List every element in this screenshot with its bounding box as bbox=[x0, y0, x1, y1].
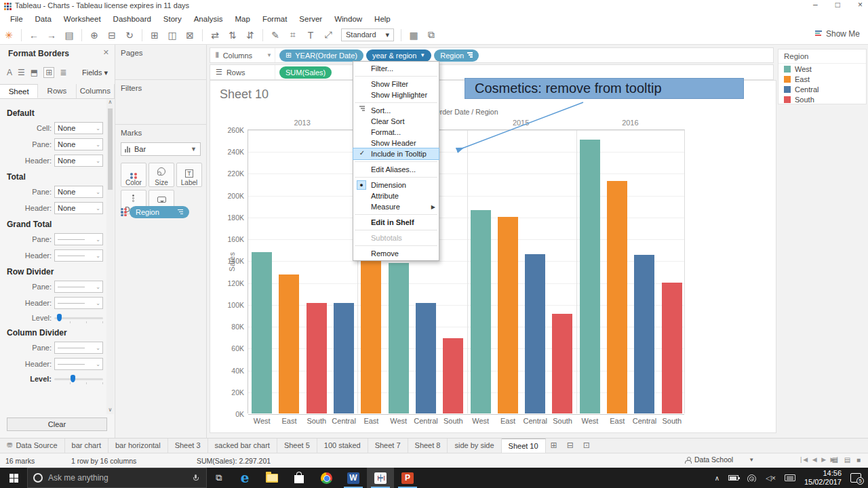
show-mark-labels-icon[interactable]: T bbox=[302, 30, 319, 41]
color-legend[interactable]: Region WestEastCentralSouth bbox=[778, 49, 867, 104]
menu-worksheet[interactable]: Worksheet bbox=[58, 14, 107, 24]
sheet-tab-sheet-8[interactable]: Sheet 8 bbox=[408, 439, 448, 453]
bar-2013-central[interactable] bbox=[334, 303, 354, 413]
legend-item-west[interactable]: West bbox=[778, 64, 866, 74]
legend-item-south[interactable]: South bbox=[778, 94, 866, 104]
sheet-tab-100-staked[interactable]: 100 staked bbox=[317, 439, 368, 453]
task-view-button[interactable]: ⧉ bbox=[207, 472, 231, 483]
microphone-icon[interactable] bbox=[193, 474, 198, 481]
sheet-tab-sacked-bar-chart[interactable]: sacked bar chart bbox=[208, 439, 277, 453]
bar-2016-central[interactable] bbox=[634, 255, 654, 413]
slider-thumb[interactable] bbox=[71, 375, 75, 382]
menu-item-measure[interactable]: Measure▶ bbox=[353, 201, 439, 212]
swap-rows-columns-icon[interactable]: ⇄ bbox=[206, 30, 224, 41]
sort-descending-icon[interactable]: ⇵ bbox=[241, 30, 259, 41]
format-shading-icon[interactable]: ⬒ bbox=[31, 68, 38, 77]
volume-muted-icon[interactable]: ◁× bbox=[766, 474, 776, 483]
menu-story[interactable]: Story bbox=[157, 14, 188, 24]
run-update-icon[interactable]: ↻ bbox=[121, 30, 138, 41]
new-worksheet-icon[interactable]: ⊞ bbox=[146, 30, 163, 41]
fit-selector[interactable]: Standard▾ bbox=[341, 28, 394, 41]
bar-2015-central[interactable] bbox=[525, 254, 545, 413]
field-pill-region[interactable]: Region bbox=[434, 49, 479, 62]
field-pill-year-order-date-[interactable]: ⊞YEAR(Order Date) bbox=[279, 49, 363, 62]
close-panel-icon[interactable]: ✕ bbox=[103, 48, 109, 57]
start-button[interactable] bbox=[0, 468, 27, 488]
format-select-header[interactable]: None⌄ bbox=[54, 202, 103, 214]
menu-item-show-highlighter[interactable]: Show Highlighter bbox=[353, 89, 439, 100]
taskbar-app-store[interactable] bbox=[285, 468, 313, 488]
field-pill-year-region[interactable]: year & region▼ bbox=[366, 49, 431, 62]
menu-item-filter-[interactable]: Filter... bbox=[353, 63, 439, 74]
new-dashboard-tab-icon[interactable]: ⊟ bbox=[562, 439, 578, 453]
menu-help[interactable]: Help bbox=[368, 14, 397, 24]
tableau-logo-icon[interactable]: ✳ bbox=[0, 30, 18, 41]
menu-item-edit-in-shelf[interactable]: Edit in Shelf bbox=[353, 217, 439, 228]
field-pill-sum-sales-[interactable]: SUM(Sales) bbox=[279, 66, 332, 79]
taskbar-app-word[interactable]: W bbox=[340, 468, 367, 488]
menu-item-show-header[interactable]: Show Header bbox=[353, 138, 439, 148]
sheet-tab-side-by-side[interactable]: side by side bbox=[448, 439, 501, 453]
bar-2014-central[interactable] bbox=[416, 303, 436, 413]
presentation-mode-icon[interactable]: ⧉ bbox=[422, 29, 440, 41]
highlight-icon[interactable]: ✎ bbox=[267, 30, 284, 41]
format-select-pane[interactable]: None⌄ bbox=[54, 186, 103, 198]
minimize-icon[interactable]: – bbox=[813, 0, 818, 9]
bar-2014-west[interactable] bbox=[389, 263, 409, 413]
format-select-pane[interactable]: ⌄ bbox=[54, 342, 103, 354]
taskbar-app-file-explorer[interactable] bbox=[258, 468, 285, 488]
level-slider[interactable] bbox=[54, 313, 103, 323]
taskbar-app-powerpoint[interactable]: P bbox=[394, 468, 421, 488]
pause-updates-icon[interactable]: ⊟ bbox=[103, 30, 121, 41]
sheet-tab-bar-horizontal[interactable]: bar horizontal bbox=[108, 439, 168, 453]
size-button[interactable]: Size bbox=[149, 163, 174, 187]
format-panel-scrollbar[interactable]: ∧∨ bbox=[106, 99, 114, 414]
data-source-tab[interactable]: ⛃ Data Source bbox=[0, 439, 65, 453]
clear-sheet-icon[interactable]: ⊠ bbox=[181, 30, 199, 41]
sheet-tab-bar-chart[interactable]: bar chart bbox=[65, 439, 108, 453]
menu-item-edit-aliases-[interactable]: Edit Aliases... bbox=[353, 164, 439, 175]
fields-dropdown[interactable]: Fields ▾ bbox=[82, 68, 108, 77]
menu-item-clear-sort[interactable]: Clear Sort bbox=[353, 116, 439, 127]
close-icon[interactable]: × bbox=[858, 0, 863, 9]
sort-ascending-icon[interactable]: ⇅ bbox=[224, 30, 241, 41]
menu-dashboard[interactable]: Dashboard bbox=[107, 14, 157, 24]
menu-item-attribute[interactable]: Attribute bbox=[353, 190, 439, 201]
clock[interactable]: 14:56 15/02/2017 bbox=[804, 469, 842, 487]
view-mode-icons[interactable]: ▦ ▤ ■ bbox=[832, 456, 863, 464]
wifi-icon[interactable] bbox=[747, 474, 757, 482]
keyboard-icon[interactable] bbox=[785, 474, 795, 481]
menu-file[interactable]: File bbox=[4, 14, 29, 24]
format-select-header[interactable]: ⌄ bbox=[54, 297, 103, 309]
sheet-tab-sheet-3[interactable]: Sheet 3 bbox=[168, 439, 208, 453]
menu-item-sort-[interactable]: Sort... bbox=[353, 105, 439, 116]
redo-icon[interactable]: → bbox=[43, 30, 60, 41]
maximize-icon[interactable]: □ bbox=[835, 0, 840, 9]
format-select-pane[interactable]: None⌄ bbox=[54, 138, 103, 150]
format-select-cell[interactable]: None⌄ bbox=[54, 122, 103, 134]
duplicate-sheet-icon[interactable]: ◫ bbox=[163, 30, 181, 41]
menu-window[interactable]: Window bbox=[328, 14, 368, 24]
format-tab-sheet[interactable]: Sheet bbox=[0, 84, 38, 98]
pages-shelf[interactable]: Pages bbox=[115, 45, 206, 80]
slider-thumb[interactable] bbox=[57, 314, 62, 321]
format-tab-columns[interactable]: Columns bbox=[77, 84, 115, 98]
menu-item-show-filter[interactable]: Show Filter bbox=[353, 79, 439, 89]
clear-button[interactable]: Clear bbox=[7, 418, 107, 431]
format-font-icon[interactable]: A bbox=[7, 68, 12, 77]
bar-2016-west[interactable] bbox=[580, 140, 600, 413]
level-slider[interactable] bbox=[54, 374, 103, 384]
menu-server[interactable]: Server bbox=[293, 14, 328, 24]
action-center-icon[interactable]: 5 bbox=[850, 473, 861, 483]
show-me-button[interactable]: Show Me bbox=[815, 29, 860, 39]
marks-region-pill[interactable]: Region bbox=[130, 206, 189, 218]
bar-2015-south[interactable] bbox=[552, 314, 572, 413]
bar-2016-east[interactable] bbox=[607, 181, 627, 413]
label-button[interactable]: T Label bbox=[176, 163, 202, 187]
format-alignment-icon[interactable]: ☰ bbox=[18, 68, 25, 77]
format-select-header[interactable]: ⌄ bbox=[54, 358, 103, 370]
bar-2014-south[interactable] bbox=[443, 338, 463, 413]
sheet-tab-sheet-7[interactable]: Sheet 7 bbox=[368, 439, 408, 453]
new-data-source-icon[interactable]: ⊕ bbox=[85, 30, 103, 41]
user-menu[interactable]: Data School ▼ bbox=[685, 455, 754, 464]
